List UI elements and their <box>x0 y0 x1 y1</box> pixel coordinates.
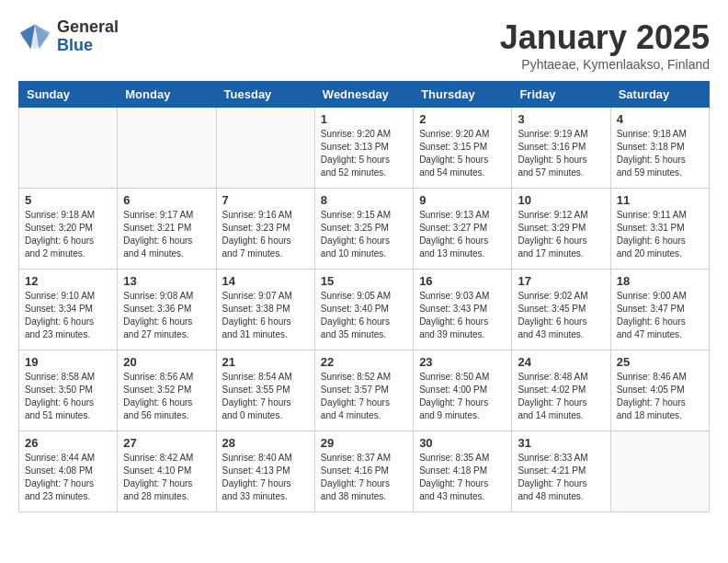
calendar-cell <box>19 108 118 189</box>
calendar-cell: 31Sunrise: 8:33 AM Sunset: 4:21 PM Dayli… <box>512 431 610 512</box>
day-number: 24 <box>518 355 604 369</box>
day-number: 21 <box>222 355 309 369</box>
calendar-cell: 13Sunrise: 9:08 AM Sunset: 3:36 PM Dayli… <box>118 270 216 350</box>
calendar-cell: 23Sunrise: 8:50 AM Sunset: 4:00 PM Dayli… <box>414 350 512 431</box>
day-info: Sunrise: 9:13 AM Sunset: 3:27 PM Dayligh… <box>419 209 506 260</box>
logo-general: General <box>57 18 119 37</box>
calendar-cell: 7Sunrise: 9:16 AM Sunset: 3:23 PM Daylig… <box>216 189 314 270</box>
day-number: 10 <box>518 193 604 207</box>
calendar-cell: 6Sunrise: 9:17 AM Sunset: 3:21 PM Daylig… <box>118 189 216 270</box>
day-number: 7 <box>222 193 309 207</box>
day-info: Sunrise: 9:12 AM Sunset: 3:29 PM Dayligh… <box>518 209 604 260</box>
calendar-title: January 2025 <box>500 18 710 57</box>
day-info: Sunrise: 9:02 AM Sunset: 3:45 PM Dayligh… <box>518 290 604 341</box>
calendar-cell: 12Sunrise: 9:10 AM Sunset: 3:34 PM Dayli… <box>19 270 118 350</box>
day-number: 27 <box>123 436 210 450</box>
calendar-cell: 27Sunrise: 8:42 AM Sunset: 4:10 PM Dayli… <box>118 431 216 512</box>
day-info: Sunrise: 8:58 AM Sunset: 3:50 PM Dayligh… <box>25 371 111 422</box>
weekday-header-monday: Monday <box>118 82 216 108</box>
day-info: Sunrise: 9:18 AM Sunset: 3:20 PM Dayligh… <box>25 209 111 260</box>
weekday-header-thursday: Thursday <box>414 82 512 108</box>
day-number: 20 <box>123 355 210 369</box>
day-info: Sunrise: 9:05 AM Sunset: 3:40 PM Dayligh… <box>321 290 407 341</box>
calendar-week-1: 5Sunrise: 9:18 AM Sunset: 3:20 PM Daylig… <box>19 189 710 270</box>
day-info: Sunrise: 8:42 AM Sunset: 4:10 PM Dayligh… <box>123 452 210 503</box>
day-info: Sunrise: 8:33 AM Sunset: 4:21 PM Dayligh… <box>518 452 604 503</box>
day-number: 25 <box>617 355 703 369</box>
day-number: 8 <box>321 193 407 207</box>
calendar-cell: 9Sunrise: 9:13 AM Sunset: 3:27 PM Daylig… <box>414 189 512 270</box>
day-number: 31 <box>518 436 604 450</box>
title-section: January 2025 Pyhtaeae, Kymenlaakso, Finl… <box>500 18 710 72</box>
calendar-cell: 21Sunrise: 8:54 AM Sunset: 3:55 PM Dayli… <box>216 350 314 431</box>
day-number: 16 <box>419 274 506 288</box>
day-number: 14 <box>222 274 309 288</box>
logo-text: General Blue <box>57 18 119 55</box>
day-number: 15 <box>321 274 407 288</box>
calendar-cell <box>610 431 709 512</box>
calendar-cell: 28Sunrise: 8:40 AM Sunset: 4:13 PM Dayli… <box>216 431 314 512</box>
calendar-cell: 18Sunrise: 9:00 AM Sunset: 3:47 PM Dayli… <box>610 270 709 350</box>
day-number: 22 <box>321 355 407 369</box>
logo: General Blue <box>18 18 119 55</box>
day-info: Sunrise: 8:46 AM Sunset: 4:05 PM Dayligh… <box>617 371 703 422</box>
calendar-week-3: 19Sunrise: 8:58 AM Sunset: 3:50 PM Dayli… <box>19 350 710 431</box>
page-header: General Blue January 2025 Pyhtaeae, Kyme… <box>18 18 710 72</box>
day-info: Sunrise: 9:19 AM Sunset: 3:16 PM Dayligh… <box>518 128 604 179</box>
calendar-cell: 1Sunrise: 9:20 AM Sunset: 3:13 PM Daylig… <box>314 108 413 189</box>
calendar-cell: 30Sunrise: 8:35 AM Sunset: 4:18 PM Dayli… <box>414 431 512 512</box>
day-info: Sunrise: 8:44 AM Sunset: 4:08 PM Dayligh… <box>25 452 111 503</box>
calendar-cell: 5Sunrise: 9:18 AM Sunset: 3:20 PM Daylig… <box>19 189 118 270</box>
day-number: 18 <box>617 274 703 288</box>
logo-blue: Blue <box>57 37 119 55</box>
day-number: 11 <box>617 193 703 207</box>
calendar-cell: 11Sunrise: 9:11 AM Sunset: 3:31 PM Dayli… <box>610 189 709 270</box>
calendar-cell <box>216 108 314 189</box>
day-info: Sunrise: 8:40 AM Sunset: 4:13 PM Dayligh… <box>222 452 309 503</box>
calendar-table: SundayMondayTuesdayWednesdayThursdayFrid… <box>18 81 710 512</box>
calendar-cell: 2Sunrise: 9:20 AM Sunset: 3:15 PM Daylig… <box>414 108 512 189</box>
day-info: Sunrise: 9:07 AM Sunset: 3:38 PM Dayligh… <box>222 290 309 341</box>
day-info: Sunrise: 9:08 AM Sunset: 3:36 PM Dayligh… <box>123 290 210 341</box>
day-info: Sunrise: 8:50 AM Sunset: 4:00 PM Dayligh… <box>419 371 506 422</box>
day-info: Sunrise: 8:52 AM Sunset: 3:57 PM Dayligh… <box>321 371 407 422</box>
calendar-week-0: 1Sunrise: 9:20 AM Sunset: 3:13 PM Daylig… <box>19 108 710 189</box>
calendar-cell: 17Sunrise: 9:02 AM Sunset: 3:45 PM Dayli… <box>512 270 610 350</box>
weekday-header-sunday: Sunday <box>19 82 118 108</box>
calendar-cell: 4Sunrise: 9:18 AM Sunset: 3:18 PM Daylig… <box>610 108 709 189</box>
day-number: 1 <box>321 112 407 126</box>
weekday-header-tuesday: Tuesday <box>216 82 314 108</box>
day-number: 2 <box>419 112 506 126</box>
day-number: 23 <box>419 355 506 369</box>
calendar-cell: 16Sunrise: 9:03 AM Sunset: 3:43 PM Dayli… <box>414 270 512 350</box>
day-info: Sunrise: 9:20 AM Sunset: 3:15 PM Dayligh… <box>419 128 506 179</box>
logo-icon <box>18 20 51 53</box>
day-number: 30 <box>419 436 506 450</box>
day-info: Sunrise: 9:16 AM Sunset: 3:23 PM Dayligh… <box>222 209 309 260</box>
day-number: 17 <box>518 274 604 288</box>
weekday-header-saturday: Saturday <box>610 82 709 108</box>
day-number: 5 <box>25 193 111 207</box>
day-info: Sunrise: 9:11 AM Sunset: 3:31 PM Dayligh… <box>617 209 703 260</box>
calendar-cell: 25Sunrise: 8:46 AM Sunset: 4:05 PM Dayli… <box>610 350 709 431</box>
day-number: 28 <box>222 436 309 450</box>
calendar-cell: 22Sunrise: 8:52 AM Sunset: 3:57 PM Dayli… <box>314 350 413 431</box>
day-number: 13 <box>123 274 210 288</box>
calendar-cell: 14Sunrise: 9:07 AM Sunset: 3:38 PM Dayli… <box>216 270 314 350</box>
day-number: 29 <box>321 436 407 450</box>
calendar-header: SundayMondayTuesdayWednesdayThursdayFrid… <box>19 82 710 108</box>
calendar-cell: 29Sunrise: 8:37 AM Sunset: 4:16 PM Dayli… <box>314 431 413 512</box>
weekday-header-friday: Friday <box>512 82 610 108</box>
day-info: Sunrise: 8:35 AM Sunset: 4:18 PM Dayligh… <box>419 452 506 503</box>
weekday-header-wednesday: Wednesday <box>314 82 413 108</box>
calendar-cell: 24Sunrise: 8:48 AM Sunset: 4:02 PM Dayli… <box>512 350 610 431</box>
day-info: Sunrise: 8:56 AM Sunset: 3:52 PM Dayligh… <box>123 371 210 422</box>
day-info: Sunrise: 9:00 AM Sunset: 3:47 PM Dayligh… <box>617 290 703 341</box>
calendar-body: 1Sunrise: 9:20 AM Sunset: 3:13 PM Daylig… <box>19 108 710 512</box>
weekday-header-row: SundayMondayTuesdayWednesdayThursdayFrid… <box>19 82 710 108</box>
calendar-cell <box>118 108 216 189</box>
calendar-cell: 3Sunrise: 9:19 AM Sunset: 3:16 PM Daylig… <box>512 108 610 189</box>
day-info: Sunrise: 8:48 AM Sunset: 4:02 PM Dayligh… <box>518 371 604 422</box>
calendar-cell: 15Sunrise: 9:05 AM Sunset: 3:40 PM Dayli… <box>314 270 413 350</box>
day-number: 3 <box>518 112 604 126</box>
